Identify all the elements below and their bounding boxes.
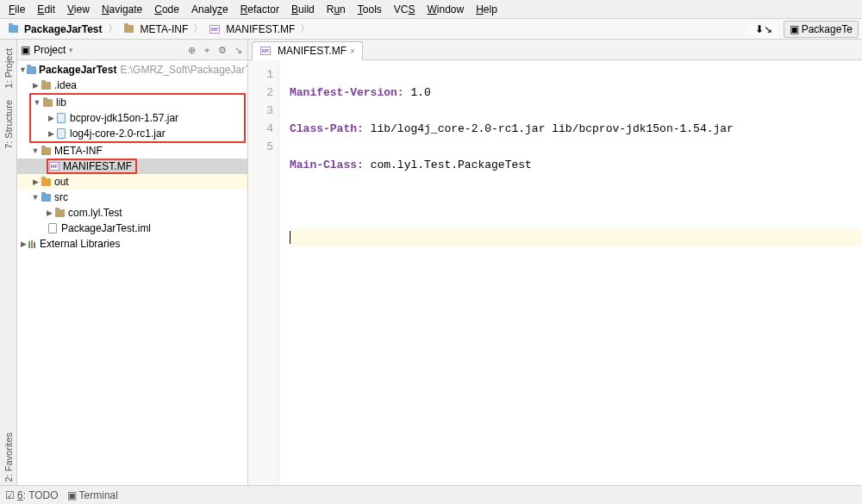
vtab-favorites[interactable]: 2: Favorites [3, 429, 14, 485]
menu-run[interactable]: Run [322, 2, 351, 17]
tree-label: log4j-core-2.0-rc1.jar [70, 128, 166, 140]
menu-window[interactable]: Window [422, 2, 469, 17]
folder-icon [41, 178, 51, 186]
project-icon: ▣ [21, 44, 30, 56]
tree-label: lib [56, 96, 66, 109]
jar-icon [57, 128, 66, 139]
svg-rect-1 [31, 240, 33, 248]
chevron-right-icon: 〉 [191, 22, 205, 36]
status-todo[interactable]: ☑ 6: TODO [5, 489, 59, 501]
editor-area: MF MANIFEST.MF × 1 2 3 4 5 Manifest-Vers… [248, 40, 862, 485]
line-number: 2 [248, 84, 273, 102]
expand-icon[interactable]: ▼ [31, 146, 40, 155]
crumb-label: META-INF [141, 23, 189, 35]
expand-icon[interactable]: ▶ [45, 208, 53, 217]
tree-jar-log4j[interactable]: ▶ log4j-core-2.0-rc1.jar [31, 126, 244, 141]
target-icon[interactable]: ⌖ [201, 44, 213, 56]
expand-icon[interactable]: ▼ [33, 98, 41, 107]
folder-icon [124, 25, 134, 33]
expand-icon[interactable]: ▶ [19, 240, 28, 248]
status-terminal[interactable]: ▣ Terminal [67, 489, 118, 501]
crumb-root[interactable]: PackageJarTest [3, 23, 106, 35]
tree-iml[interactable]: PackageJarTest.iml [17, 221, 247, 236]
menu-navigate[interactable]: Navigate [97, 2, 147, 17]
menu-help[interactable]: Help [471, 2, 503, 17]
editor-tabs: MF MANIFEST.MF × [248, 40, 862, 60]
expand-icon[interactable]: ▶ [47, 129, 55, 138]
tree-manifest[interactable]: MF MANIFEST.MF [17, 159, 247, 174]
menu-build[interactable]: Build [286, 2, 320, 17]
manifest-icon: MF [209, 25, 220, 34]
close-icon[interactable]: × [350, 47, 355, 56]
expand-icon[interactable]: ▶ [31, 177, 40, 186]
expand-icon[interactable]: ▼ [31, 193, 40, 202]
collapse-icon[interactable]: ⊕ [185, 44, 197, 56]
tree-label: META-INF [54, 145, 103, 157]
tree-label: PackageJarTest.iml [61, 222, 151, 234]
line-number: 1 [248, 65, 273, 84]
tree-label: com.lyl.Test [68, 207, 122, 219]
folder-icon [41, 147, 51, 155]
make-button[interactable]: ⬇↘ [749, 21, 778, 38]
expand-icon[interactable]: ▶ [47, 114, 55, 122]
tree-metainf[interactable]: ▼ META-INF [17, 143, 247, 159]
status-label: Terminal [79, 489, 118, 501]
tree-idea[interactable]: ▶ .idea [17, 78, 247, 93]
tree-label: out [54, 176, 69, 188]
tree-label: bcprov-jdk15on-1.57.jar [70, 112, 178, 124]
hide-icon[interactable]: ↘ [232, 44, 244, 56]
tree-label: .idea [54, 79, 77, 91]
file-icon [48, 223, 57, 233]
menu-analyze[interactable]: Analyze [186, 2, 234, 17]
tree-label: src [54, 191, 68, 203]
libraries-icon [28, 240, 37, 249]
chevron-right-icon: 〉 [106, 22, 120, 36]
tree-src[interactable]: ▼ src [17, 190, 247, 205]
menu-vcs[interactable]: VCS [389, 2, 421, 17]
tree-jar-bcprov[interactable]: ▶ bcprov-jdk15on-1.57.jar [31, 110, 244, 126]
folder-icon [43, 99, 53, 107]
manifest-icon: MF [260, 47, 271, 55]
jar-icon [57, 113, 66, 123]
caret [290, 231, 290, 244]
expand-icon[interactable]: ▶ [31, 81, 40, 90]
crumb-metainf[interactable]: META-INF [120, 23, 192, 35]
crumb-manifest[interactable]: MF MANIFEST.MF [205, 23, 298, 35]
menu-tools[interactable]: Tools [353, 2, 387, 17]
vtab-structure[interactable]: 7: Structure [3, 96, 14, 152]
tree-root[interactable]: ▼ PackageJarTest E:\GMRZ_Soft\PackageJar… [17, 62, 247, 78]
run-config-dropdown[interactable]: ▣ PackageTe [784, 21, 859, 38]
manifest-icon: MF [49, 162, 59, 171]
tree-external-libraries[interactable]: ▶ External Libraries [17, 236, 247, 252]
svg-rect-2 [34, 242, 35, 248]
menu-code[interactable]: Code [149, 2, 184, 17]
code-area[interactable]: Manifest-Version: 1.0 Class-Path: lib/lo… [279, 60, 862, 485]
menu-refactor[interactable]: Refactor [235, 2, 284, 17]
project-tree[interactable]: ▼ PackageJarTest E:\GMRZ_Soft\PackageJar… [17, 60, 247, 485]
menu-view[interactable]: View [62, 2, 95, 17]
menu-file[interactable]: File [3, 2, 30, 17]
todo-icon: ☑ [5, 489, 15, 501]
tree-label: External Libraries [40, 238, 120, 250]
vtab-project[interactable]: 1: Project [3, 45, 14, 91]
dropdown-icon[interactable]: ▾ [69, 46, 73, 54]
tab-label: MANIFEST.MF [278, 45, 347, 57]
gutter: 1 2 3 4 5 [248, 60, 279, 485]
run-config-label: PackageTe [802, 23, 853, 35]
source-folder-icon [41, 194, 51, 202]
project-tool-window: ▣ Project ▾ ⊕ ⌖ ⚙ ↘ ▼ PackageJarTest E:\… [17, 40, 248, 485]
gear-icon[interactable]: ⚙ [216, 44, 228, 56]
expand-icon[interactable]: ▼ [19, 65, 27, 74]
tree-lib[interactable]: ▼ lib [31, 95, 244, 110]
folder-icon [41, 82, 51, 90]
terminal-icon: ▣ [67, 489, 77, 501]
menu-edit[interactable]: Edit [32, 2, 60, 17]
module-icon [27, 66, 36, 74]
left-tool-strip: 1: Project 7: Structure 2: Favorites [0, 40, 17, 485]
editor-body[interactable]: 1 2 3 4 5 Manifest-Version: 1.0 Class-Pa… [248, 60, 862, 485]
editor-tab-manifest[interactable]: MF MANIFEST.MF × [252, 41, 363, 60]
tree-package[interactable]: ▶ com.lyl.Test [17, 205, 247, 221]
panel-title-text[interactable]: Project [34, 44, 66, 56]
tree-label: PackageJarTest [39, 64, 117, 76]
tree-out[interactable]: ▶ out [17, 174, 247, 190]
